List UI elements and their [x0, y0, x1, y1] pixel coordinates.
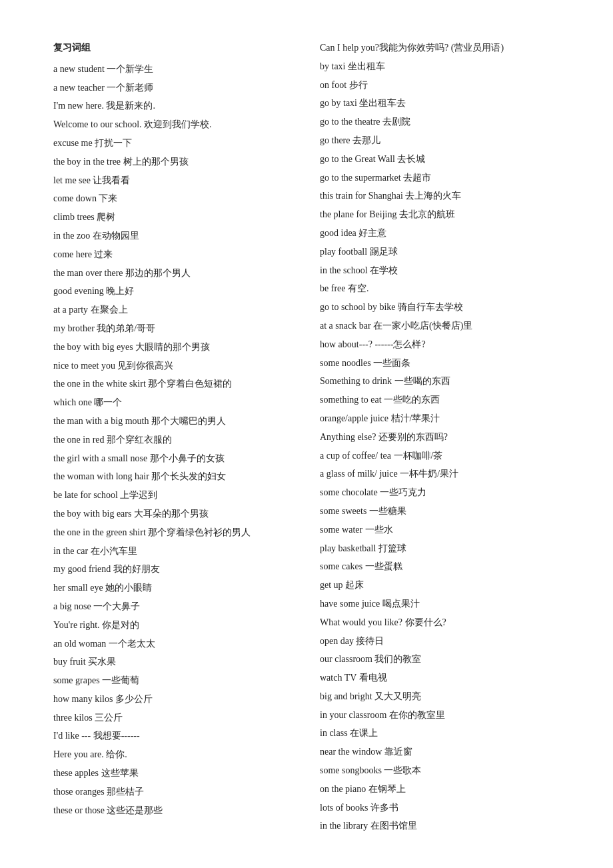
list-item: the man with a big mouth 那个大嘴巴的男人 [53, 413, 293, 429]
list-item: near the window 靠近窗 [320, 744, 560, 760]
list-item: go to the Great Wall 去长城 [320, 151, 560, 167]
list-item: some chocolate 一些巧克力 [320, 485, 560, 501]
list-item: my good friend 我的好朋友 [53, 561, 293, 577]
list-item: in the car 在小汽车里 [53, 543, 293, 559]
list-item: go there 去那儿 [320, 133, 560, 149]
list-item: the boy with big ears 大耳朵的那个男孩 [53, 506, 293, 522]
list-item: some noodles 一些面条 [320, 355, 560, 371]
list-item: this train for Shanghai 去上海的火车 [320, 188, 560, 204]
list-item: lots of books 许多书 [320, 800, 560, 816]
list-item: a big nose 一个大鼻子 [53, 599, 293, 615]
list-item: her small eye 她的小眼睛 [53, 580, 293, 596]
list-item: the boy in the tree 树上的那个男孩 [53, 154, 293, 170]
left-column: 复习词组a new student 一个新学生a new teacher 一个新… [53, 40, 293, 834]
list-item: a new student 一个新学生 [53, 61, 293, 77]
list-item: how about---? ------怎么样? [320, 337, 560, 353]
list-item: in class 在课上 [320, 725, 560, 741]
list-item: open day 接待日 [320, 633, 560, 649]
list-item: the boy with big eyes 大眼睛的那个男孩 [53, 339, 293, 355]
list-item: play basketball 打篮球 [320, 541, 560, 557]
list-item: the girl with a small nose 那个小鼻子的女孩 [53, 451, 293, 467]
list-item: buy fruit 买水果 [53, 654, 293, 670]
list-item: on foot 步行 [320, 77, 560, 93]
list-item: at a snack bar 在一家小吃店(快餐店)里 [320, 318, 560, 334]
list-item: play football 踢足球 [320, 244, 560, 260]
list-item: in the school 在学校 [320, 263, 560, 279]
list-item: good idea 好主意 [320, 225, 560, 241]
list-item: these apples 这些苹果 [53, 765, 293, 781]
list-item: Something to drink 一些喝的东西 [320, 373, 560, 389]
list-item: at a party 在聚会上 [53, 302, 293, 318]
list-item: a new teacher 一个新老师 [53, 80, 293, 96]
list-item: orange/apple juice 桔汁/苹果汁 [320, 411, 560, 427]
list-item: Welcome to our school. 欢迎到我们学校. [53, 117, 293, 133]
list-item: the plane for Beijing 去北京的航班 [320, 207, 560, 223]
list-item: something to eat 一些吃的东西 [320, 392, 560, 408]
main-content: 复习词组a new student 一个新学生a new teacher 一个新… [53, 40, 560, 834]
list-item: in the library 在图书馆里 [320, 818, 560, 834]
list-item: the one in red 那个穿红衣服的 [53, 432, 293, 448]
list-item: be late for school 上学迟到 [53, 487, 293, 503]
list-item: the one in the green shirt 那个穿着绿色衬衫的男人 [53, 525, 293, 541]
list-item: by taxi 坐出租车 [320, 59, 560, 75]
list-item: be free 有空. [320, 281, 560, 297]
list-item: good evening 晚上好 [53, 283, 293, 299]
list-item: my brother 我的弟弟/哥哥 [53, 321, 293, 337]
list-item: climb trees 爬树 [53, 209, 293, 225]
list-item: big and bright 又大又明亮 [320, 689, 560, 705]
list-item: those oranges 那些桔子 [53, 784, 293, 800]
list-item: some songbooks 一些歌本 [320, 763, 560, 779]
list-item: three kilos 三公斤 [53, 710, 293, 726]
list-item: come here 过来 [53, 247, 293, 263]
list-item: these or those 这些还是那些 [53, 803, 293, 819]
list-item: a cup of coffee/ tea 一杯咖啡/茶 [320, 448, 560, 464]
list-item: excuse me 打扰一下 [53, 135, 293, 151]
list-item: You're right. 你是对的 [53, 617, 293, 633]
list-item: Anything else? 还要别的东西吗? [320, 429, 560, 445]
list-item: nice to meet you 见到你很高兴 [53, 358, 293, 374]
list-item: which one 哪一个 [53, 395, 293, 411]
list-item: some cakes 一些蛋糕 [320, 559, 560, 575]
list-item: the man over there 那边的那个男人 [53, 265, 293, 281]
list-item: a glass of milk/ juice 一杯牛奶/果汁 [320, 466, 560, 482]
list-item: come down 下来 [53, 191, 293, 207]
list-item: our classroom 我们的教室 [320, 651, 560, 667]
list-item: on the piano 在钢琴上 [320, 781, 560, 797]
list-item: go by taxi 坐出租车去 [320, 95, 560, 111]
list-item: watch TV 看电视 [320, 670, 560, 686]
list-item: in the zoo 在动物园里 [53, 228, 293, 244]
list-item: I'd like --- 我想要------ [53, 728, 293, 744]
list-item: I'm new here. 我是新来的. [53, 98, 293, 114]
list-item: let me see 让我看看 [53, 173, 293, 189]
list-item: in your classroom 在你的教室里 [320, 707, 560, 723]
list-item: go to school by bike 骑自行车去学校 [320, 299, 560, 315]
list-item: some water 一些水 [320, 522, 560, 538]
list-item: Can I help you?我能为你效劳吗? (营业员用语) [320, 40, 560, 56]
list-item: go to the supermarket 去超市 [320, 170, 560, 186]
list-item: get up 起床 [320, 577, 560, 593]
section-title: 复习词组 [53, 40, 293, 56]
list-item: some sweets 一些糖果 [320, 503, 560, 519]
list-item: some grapes 一些葡萄 [53, 673, 293, 689]
list-item: go to the theatre 去剧院 [320, 114, 560, 130]
list-item: What would you like? 你要什么? [320, 615, 560, 631]
list-item: Here you are. 给你. [53, 747, 293, 763]
right-column: Can I help you?我能为你效劳吗? (营业员用语)by taxi 坐… [320, 40, 560, 834]
list-item: the woman with long hair 那个长头发的妇女 [53, 469, 293, 485]
list-item: how many kilos 多少公斤 [53, 691, 293, 707]
list-item: have some juice 喝点果汁 [320, 596, 560, 612]
list-item: an old woman 一个老太太 [53, 636, 293, 652]
list-item: the one in the white skirt 那个穿着白色短裙的 [53, 376, 293, 392]
